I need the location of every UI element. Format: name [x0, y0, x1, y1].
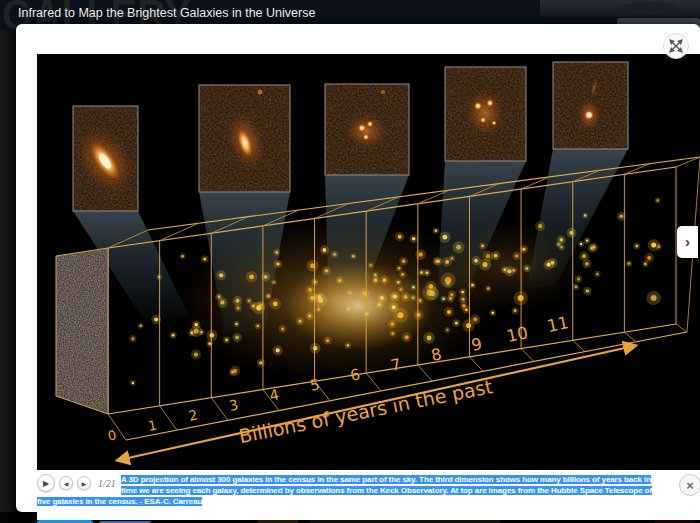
previous-image-button[interactable]: ◀ — [59, 476, 73, 490]
close-button[interactable]: × — [679, 474, 700, 496]
galaxy-inset-5 — [553, 62, 628, 149]
galaxy-inset-4 — [445, 67, 526, 161]
expand-icon — [669, 39, 683, 53]
chevron-right-icon: › — [685, 234, 690, 249]
next-image-button[interactable]: ▶ — [77, 476, 91, 490]
close-icon: × — [686, 479, 694, 492]
page-title: Infrared to Map the Brightest Galaxies i… — [18, 6, 315, 20]
slideshow-controls: ▶ ◀ ▶ 1/21 — [37, 470, 121, 490]
background-photo-planet — [620, 2, 680, 14]
next-arrow-tab[interactable]: › — [677, 226, 698, 258]
background-left-strip — [0, 30, 16, 523]
screen: GALLERY Infrared to Map the Brightest Ga… — [0, 0, 700, 523]
slideshow-play-button[interactable]: ▶ — [37, 474, 55, 492]
galaxy-inset-1 — [60, 106, 150, 211]
box-end-cap — [56, 248, 108, 414]
image-caption: A 3D projection of almost 300 galaxies i… — [37, 470, 700, 507]
galaxy-census-figure: 01234567891011 Billions of years in the … — [37, 54, 700, 470]
caption-selected-text: A 3D projection of almost 300 galaxies i… — [37, 475, 652, 506]
image-counter: 1/21 — [98, 478, 116, 489]
lightbox-image[interactable]: 01234567891011 Billions of years in the … — [37, 54, 700, 470]
caption-bar: ▶ ◀ ▶ 1/21 A 3D projection of almost 300… — [37, 470, 700, 520]
lightbox-modal: 01234567891011 Billions of years in the … — [16, 24, 700, 512]
fullscreen-toggle-button[interactable] — [663, 33, 689, 59]
galaxy-inset-2 — [199, 85, 290, 192]
galaxy-inset-3 — [325, 84, 409, 175]
